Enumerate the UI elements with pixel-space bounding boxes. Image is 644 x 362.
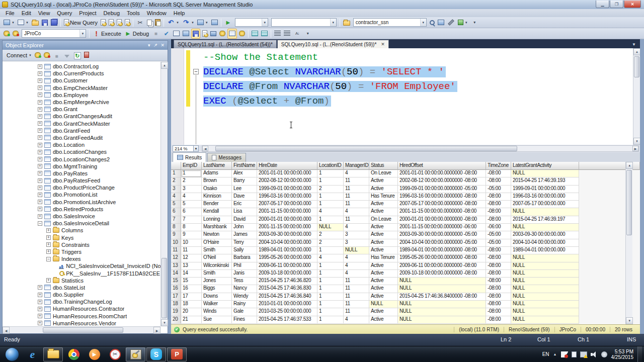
grid-cell[interactable]: 1 <box>317 201 344 208</box>
expand-icon[interactable]: + <box>38 321 42 325</box>
notes-icon[interactable] <box>572 351 577 357</box>
unlabeled-combo-2[interactable]: ▼ <box>271 18 337 27</box>
grid-cell[interactable]: 11 <box>344 186 369 193</box>
grid-row-header[interactable]: 13 <box>171 262 181 270</box>
grid-cell[interactable]: Winds <box>202 308 232 316</box>
grid-cell[interactable]: Active <box>369 239 398 247</box>
toolbar-options-icon[interactable] <box>470 18 479 28</box>
grid-cell[interactable]: 2010-01-01 00:00:00.000 <box>257 301 317 308</box>
grid-cell[interactable]: 1996-03-16 00:00:00.000 <box>257 193 317 201</box>
grid-cell[interactable]: Active <box>369 177 398 185</box>
grid-cell[interactable]: NULL <box>398 285 486 293</box>
grid-cell[interactable]: -08:00 <box>486 216 511 224</box>
grid-cell[interactable]: 7 <box>181 216 202 224</box>
grid-cell[interactable]: Active <box>369 247 398 254</box>
grid-cell[interactable]: 13 <box>181 262 202 270</box>
grid-cell[interactable]: Active <box>369 270 398 278</box>
increase-indent-icon[interactable] <box>283 29 291 39</box>
grid-cell[interactable]: 10 <box>181 239 202 247</box>
grid-cell[interactable]: On Leave <box>369 170 398 177</box>
grid-cell[interactable]: NULL <box>398 278 486 285</box>
grid-cell[interactable]: Brown <box>202 177 232 185</box>
tree-item[interactable]: +dbo.LocationChanges <box>3 148 160 155</box>
grid-row-header[interactable]: 5 <box>171 201 181 208</box>
grid-row-header[interactable]: 2 <box>171 177 181 185</box>
template-icon[interactable] <box>437 18 445 28</box>
available-databases-combo[interactable]: JProCo▼ <box>22 29 86 38</box>
expand-icon[interactable]: + <box>38 314 42 318</box>
analysis-xmla-query-icon[interactable] <box>124 18 131 28</box>
tree-item[interactable]: +dbo.Location <box>3 141 160 148</box>
paste-icon[interactable] <box>154 18 162 28</box>
grid-cell[interactable]: NULL <box>398 308 486 316</box>
grid-column-header[interactable]: ManagerID <box>344 162 369 170</box>
grid-cell[interactable]: 2 <box>317 231 344 239</box>
analysis-mdx-query-icon[interactable] <box>108 18 115 28</box>
tree-item[interactable]: +dbo.GrantCheckMaster <box>3 120 160 127</box>
grid-cell[interactable]: -08:00 <box>486 316 511 324</box>
expand-icon[interactable]: + <box>38 307 42 311</box>
estimated-plan-icon[interactable] <box>172 29 181 39</box>
grid-cell[interactable]: 2004-10-04 00:00:00.0000000 -05:00 <box>398 239 486 247</box>
tree-item[interactable]: +dbo.StateList <box>3 284 160 291</box>
grid-cell[interactable]: 2003-09-30 00:00:00.0000000 -05:00 <box>398 231 486 239</box>
grid-cell[interactable]: 2000-01-01 00:00:00.0000000 -08:00 <box>398 216 486 224</box>
parse-icon[interactable] <box>162 29 171 39</box>
grid-cell[interactable]: 11 <box>344 301 369 308</box>
expand-icon[interactable]: + <box>38 128 42 133</box>
grid-row-header[interactable]: 4 <box>171 193 181 201</box>
grid-row-header[interactable]: 14 <box>171 270 181 278</box>
menu-project[interactable]: Project <box>75 9 100 17</box>
grid-cell[interactable]: Active <box>369 278 398 285</box>
grid-cell[interactable]: 1 <box>317 285 344 293</box>
grid-cell[interactable]: NULL <box>511 208 579 216</box>
grid-cell[interactable]: Tess <box>232 278 257 285</box>
sql-editor[interactable]: --Show the StatementDECLARE @Select NVAR… <box>171 48 640 145</box>
grid-cell[interactable]: 1989-04-01 00:00:00.000 <box>511 247 579 254</box>
grid-column-header[interactable]: FirstName <box>232 162 257 170</box>
grid-cell[interactable]: NULL <box>511 278 579 285</box>
code-line[interactable]: DECLARE @Select NVARCHAR(50) = 'SELECT *… <box>203 65 446 79</box>
tree-item[interactable]: +HumanResources.Vendor <box>3 320 160 326</box>
show-desktop-button[interactable] <box>637 346 642 362</box>
grid-cell[interactable]: -08:00 <box>486 293 511 301</box>
grid-cell[interactable]: 6 <box>181 208 202 216</box>
grid-cell[interactable]: Has Tenure <box>369 254 398 262</box>
refresh-icon[interactable] <box>73 51 82 61</box>
grid-cell[interactable]: 2 <box>181 177 202 185</box>
grid-cell[interactable]: Rainy <box>232 301 257 308</box>
grid-cell[interactable]: 11 <box>344 201 369 208</box>
collapse-icon[interactable]: − <box>38 221 42 226</box>
unlabeled-combo-1[interactable]: ▼ <box>235 18 268 27</box>
expand-icon[interactable]: + <box>38 107 42 112</box>
grid-cell[interactable]: 2001-11-15 00:00:00.0000000 -06:00 <box>398 224 486 231</box>
expand-icon[interactable]: + <box>38 193 42 197</box>
expand-icon[interactable]: + <box>38 100 42 105</box>
grid-cell[interactable]: Janis <box>232 270 257 278</box>
expand-icon[interactable]: + <box>38 78 42 83</box>
properties-window-icon[interactable] <box>210 18 219 28</box>
chevron-down-icon[interactable]: ▼ <box>330 19 336 26</box>
restore-button[interactable]: ❐ <box>610 1 623 8</box>
tree-item[interactable]: −Indexes <box>3 255 160 262</box>
expand-icon[interactable]: + <box>38 207 42 211</box>
grid-cell[interactable]: 11 <box>344 308 369 316</box>
grid-cell[interactable]: 2001-01-01 00:00:00.0000000 -08:00 <box>398 170 486 177</box>
grid-cell[interactable]: 2004-10-04 00:00:00.000 <box>511 239 579 247</box>
script-icon[interactable] <box>83 50 90 60</box>
grid-cell[interactable]: 4 <box>344 254 369 262</box>
tree-item[interactable]: −dbo.SalesInvoiceDetail <box>3 220 160 227</box>
grid-cell[interactable]: NULL <box>511 254 579 262</box>
debug-button[interactable]: Debug <box>123 29 150 39</box>
tools-icon[interactable] <box>446 18 456 28</box>
actual-plan-icon[interactable] <box>201 29 208 39</box>
device-icon[interactable] <box>601 351 607 357</box>
tree-item[interactable]: +HumanResources.Contractor <box>3 305 160 312</box>
expand-icon[interactable]: + <box>46 278 51 283</box>
grid-cell[interactable]: 2015-04-25 17:46:39.193 <box>511 177 579 185</box>
expand-icon[interactable]: + <box>38 121 42 126</box>
grid-cell[interactable]: NULL <box>511 262 579 270</box>
grid-cell[interactable]: 1 <box>317 308 344 316</box>
grid-cell[interactable]: 16 <box>181 285 202 293</box>
grid-cell[interactable]: 8 <box>181 224 202 231</box>
